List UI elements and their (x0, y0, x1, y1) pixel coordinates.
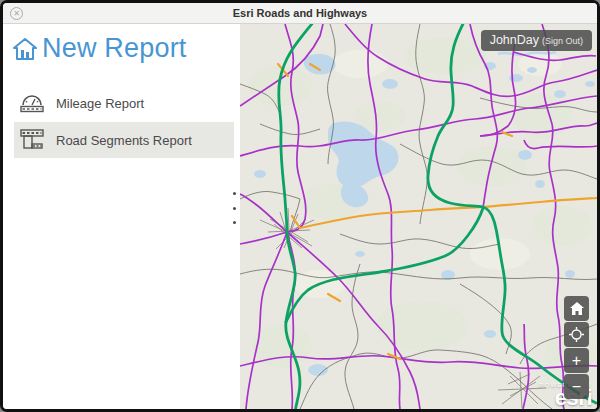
panel-drag-handle[interactable] (229, 192, 239, 224)
page-header: New Report (3, 24, 240, 64)
locate-button[interactable] (564, 322, 589, 347)
close-icon[interactable]: ✕ (10, 7, 23, 20)
report-list: Mileage Report (3, 85, 240, 158)
report-item-label: Mileage Report (56, 96, 144, 111)
zoom-out-button[interactable]: − (564, 374, 589, 399)
home-extent-button[interactable] (564, 296, 589, 321)
main-content: New Report (3, 24, 597, 409)
gauge-icon (18, 92, 46, 114)
report-item-label: Road Segments Report (56, 133, 192, 148)
user-sign-out-button[interactable]: JohnDay (Sign Out) (481, 30, 592, 51)
report-item-mileage[interactable]: Mileage Report (14, 85, 234, 121)
home-icon (570, 302, 584, 315)
title-bar: ✕ Esri Roads and Highways (3, 3, 597, 24)
report-item-road-segments[interactable]: Road Segments Report (14, 122, 234, 158)
report-sidebar: New Report (3, 24, 240, 409)
page-title: New Report (42, 33, 187, 64)
locate-icon (569, 327, 584, 342)
window-title: Esri Roads and Highways (3, 3, 597, 24)
home-report-icon (13, 38, 37, 60)
app-frame: ✕ Esri Roads and Highways New Report (3, 3, 597, 409)
sign-out-label: (Sign Out) (542, 36, 583, 46)
road-segments-icon (18, 128, 46, 152)
app-window: ✕ Esri Roads and Highways New Report (0, 0, 600, 412)
basemap-canvas[interactable] (240, 24, 597, 409)
map-view[interactable]: JohnDay (Sign Out) (240, 24, 597, 409)
zoom-in-button[interactable]: + (564, 348, 589, 373)
user-name: JohnDay (490, 33, 539, 47)
map-controls: + − (564, 296, 589, 399)
